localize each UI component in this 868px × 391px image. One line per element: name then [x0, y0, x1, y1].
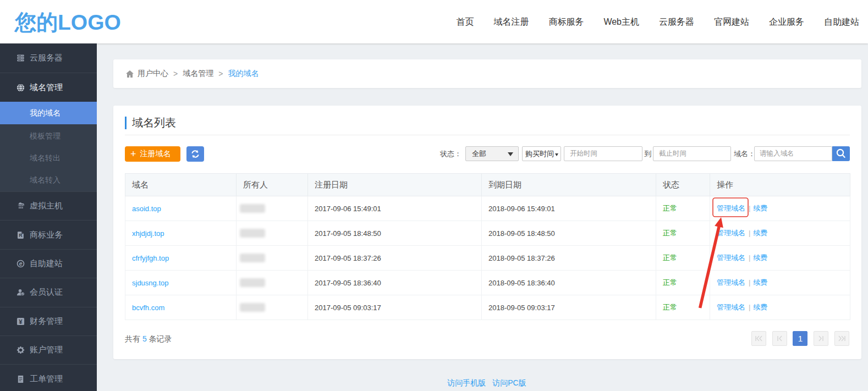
svg-text:¥: ¥	[19, 318, 23, 324]
svg-text:e: e	[19, 261, 23, 267]
svg-text:R: R	[19, 233, 23, 238]
